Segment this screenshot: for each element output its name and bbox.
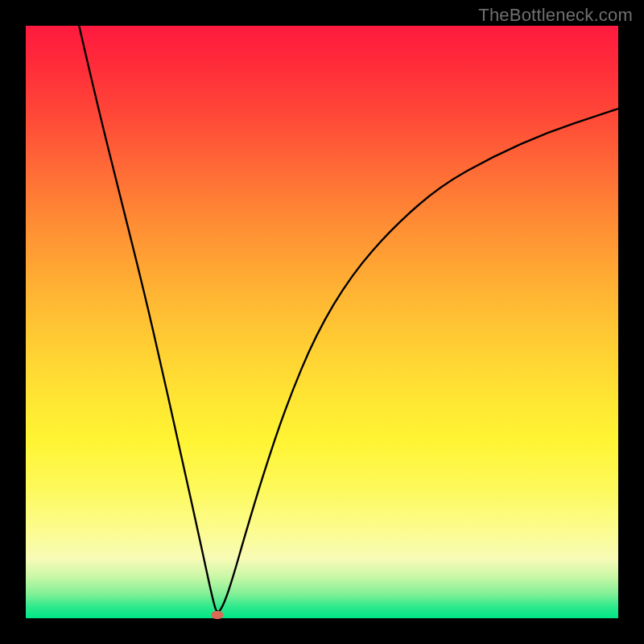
minimum-marker (211, 611, 223, 619)
bottleneck-curve (26, 26, 618, 618)
chart-frame: TheBottleneck.com (0, 0, 644, 644)
plot-area (26, 26, 618, 618)
watermark-text: TheBottleneck.com (478, 5, 633, 26)
